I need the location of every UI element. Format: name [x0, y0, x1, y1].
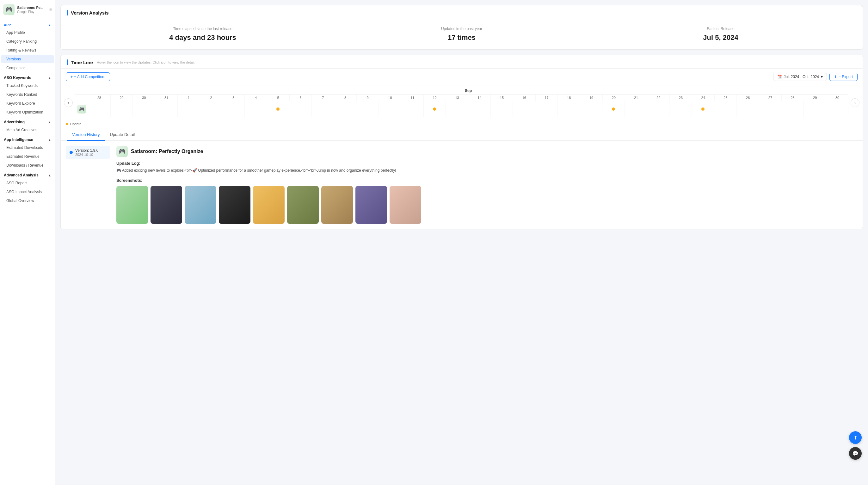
sidebar-section-advanced-analysis: Advanced Analysis ▲ [0, 170, 55, 179]
screenshot-thumb[interactable] [390, 186, 421, 224]
version-app-icon: 🎮 [116, 146, 128, 157]
sidebar-item-tracked-keywords[interactable]: Tracked Keywords [1, 82, 54, 90]
legend-label: Update [70, 122, 81, 126]
event-cell [289, 101, 312, 117]
screenshot-thumb[interactable] [253, 186, 285, 224]
version-list-item[interactable]: Version: 1.9.0 2024-10-10 [66, 146, 110, 159]
event-cell [535, 101, 558, 117]
tab-update-detail[interactable]: Update Detail [105, 129, 140, 141]
stat-updates-label: Updates in the past year [441, 27, 482, 31]
app-store-label: Google Play [17, 10, 43, 13]
sidebar-item-keyword-optimization[interactable]: Keyword Optimization [1, 108, 54, 116]
stat-updates: Updates in the past year 17 times [332, 24, 591, 44]
sidebar-item-meta-ad-creatives[interactable]: Meta Ad Creatives [1, 126, 54, 134]
version-analysis-header: Version Analysis [61, 5, 863, 19]
sidebar-section-aso-keywords: ASO Keywords ▲ [0, 72, 55, 81]
screenshot-thumb[interactable] [151, 186, 182, 224]
date-cell: 9 [357, 95, 379, 101]
sidebar-item-aso-report[interactable]: ASO Report [1, 179, 54, 187]
calendar-nav-right[interactable]: › [850, 98, 860, 107]
advertising-chevron: ▲ [48, 121, 51, 124]
screenshots-row [116, 186, 858, 224]
date-cell: 28 [88, 95, 111, 101]
update-log-label: Update Log: [116, 161, 858, 166]
screenshot-thumb[interactable] [116, 186, 148, 224]
sidebar-item-app-profile[interactable]: App Profile [1, 28, 54, 37]
date-cell: 8 [334, 95, 357, 101]
sidebar-expand-icon[interactable]: ≡ [49, 7, 52, 12]
date-cell: 31 [155, 95, 178, 101]
event-dot[interactable] [701, 107, 705, 111]
stat-updates-value: 17 times [448, 34, 475, 42]
event-cell [468, 101, 491, 117]
version-detail: 🎮 Satisroom: Perfectly Organize Update L… [116, 146, 858, 224]
fab-upload[interactable]: ⬆ [849, 431, 862, 444]
update-log-text: 🎮 Added exciting new levels to explore!<… [116, 168, 858, 173]
month-label-row: Sep [75, 89, 848, 94]
stat-earliest-release: Earliest Release Jul 5, 2024 [591, 24, 850, 44]
event-cell [602, 101, 625, 117]
export-button[interactable]: ⬆ ↑ Export [830, 73, 858, 81]
event-cell [647, 101, 670, 117]
sidebar-item-keywords-ranked[interactable]: Keywords Ranked [1, 90, 54, 99]
calendar-nav-left[interactable]: ‹ [64, 98, 73, 107]
screenshot-thumb[interactable] [219, 186, 250, 224]
version-app-header: 🎮 Satisroom: Perfectly Organize [116, 146, 858, 157]
stat-earliest-value: Jul 5, 2024 [703, 34, 738, 42]
sidebar-item-versions[interactable]: Versions [1, 55, 54, 63]
screenshot-thumb[interactable] [321, 186, 353, 224]
timeline-toolbar: + + Add Competitors 📅 Jul. 2024 - Oct. 2… [61, 69, 863, 85]
date-cell: 13 [446, 95, 469, 101]
sidebar-section-app-intelligence: App Intelligence ▲ [0, 134, 55, 143]
main-content: Version Analysis Time elapsed since the … [55, 0, 868, 485]
date-cell: 25 [715, 95, 737, 101]
version-info: Version: 1.9.0 2024-10-10 [75, 148, 98, 157]
version-dot [69, 151, 73, 154]
sidebar-item-estimated-downloads[interactable]: Estimated Downloads [1, 143, 54, 152]
app-mini-icon: 🎮 [77, 105, 86, 114]
screenshot-thumb[interactable] [185, 186, 216, 224]
month-label-sep: Sep [88, 89, 848, 93]
date-cell: 20 [603, 95, 625, 101]
screenshot-thumb[interactable] [287, 186, 319, 224]
sidebar-item-global-overview[interactable]: Global Overview [1, 197, 54, 205]
app-info: Satisroom: Pe... Google Play [17, 5, 43, 13]
title-accent-bar [67, 10, 68, 15]
sidebar-item-downloads-revenue[interactable]: Downloads / Revenue [1, 161, 54, 169]
event-cell [446, 101, 468, 117]
event-dot[interactable] [276, 107, 280, 111]
date-cell: 16 [513, 95, 536, 101]
sidebar-item-keyword-explore[interactable]: Keyword Explore [1, 99, 54, 107]
version-app-name: Satisroom: Perfectly Organize [131, 149, 203, 154]
event-cell [401, 101, 424, 117]
date-cell: 30 [133, 95, 155, 101]
date-cell: 1 [178, 95, 200, 101]
event-cell [491, 101, 513, 117]
legend-dot [66, 123, 68, 125]
event-dot[interactable] [612, 107, 615, 111]
event-cell [424, 101, 446, 117]
date-range-picker[interactable]: 📅 Jul. 2024 - Oct. 2024 ▾ [773, 73, 827, 81]
version-list: Version: 1.9.0 2024-10-10 [66, 146, 110, 224]
sidebar-item-estimated-revenue[interactable]: Estimated Revenue [1, 152, 54, 161]
add-competitors-button[interactable]: + + Add Competitors [66, 72, 110, 81]
sidebar-item-rating-reviews[interactable]: Rating & Reviews [1, 46, 54, 54]
date-cell: 12 [424, 95, 446, 101]
date-cell: 4 [245, 95, 267, 101]
sidebar-item-category-ranking[interactable]: Category Ranking [1, 37, 54, 45]
event-cell [759, 101, 781, 117]
tab-version-history[interactable]: Version History [67, 129, 105, 141]
version-content: Version: 1.9.0 2024-10-10 🎮 Satisroom: P… [61, 141, 863, 229]
event-dot[interactable] [433, 107, 436, 111]
date-range-selector: 📅 Jul. 2024 - Oct. 2024 ▾ ⬆ ↑ Export [773, 73, 858, 81]
event-cell [558, 101, 580, 117]
timeline-accent-bar [67, 59, 68, 65]
event-cell [670, 101, 692, 117]
sidebar-item-aso-impact-analysis[interactable]: ASO Impact Analysis [1, 188, 54, 196]
fab-chat[interactable]: 💬 [849, 447, 862, 460]
screenshot-thumb[interactable] [355, 186, 387, 224]
date-cell: 22 [647, 95, 670, 101]
calendar-grid: Sep 282930311234567891011121314151617181… [75, 89, 848, 117]
event-cell [826, 101, 848, 117]
sidebar-item-competitor[interactable]: Competitor [1, 64, 54, 72]
